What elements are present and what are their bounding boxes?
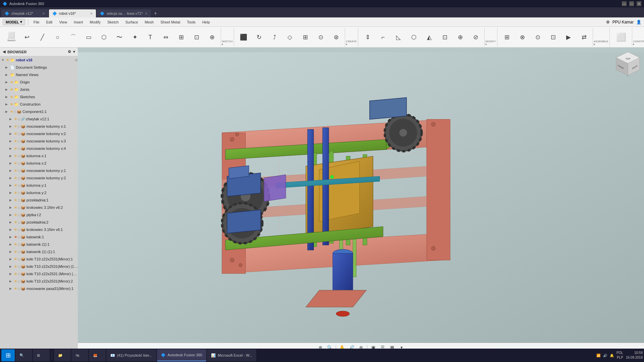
tab-close-robot[interactable]: ✕	[90, 12, 93, 15]
tree-item-przekl2[interactable]: ▶ 👁 □ 📦 przekładnia:2	[0, 219, 78, 226]
tab-close-sekcja[interactable]: ✕	[145, 12, 148, 15]
pattern-button[interactable]: ⊞	[174, 29, 189, 46]
tree-item-origin[interactable]: ▶ 👁 📁 Origin	[0, 78, 78, 86]
start-button[interactable]: ⊞	[1, 349, 15, 361]
tree-item-kol-x1[interactable]: ▶ 👁 □ 📦 kolumna x:1	[0, 152, 78, 160]
root-settings-icon[interactable]: ⚙	[75, 58, 78, 62]
tree-item-root[interactable]: ▼ 👁 📁 robot v16 ⚙	[0, 56, 78, 64]
tree-item-katownik1[interactable]: ▶ 👁 □ 📦 katownik:1	[0, 233, 78, 241]
offset-button[interactable]: ⊡	[189, 29, 204, 46]
tree-item-kol-y2[interactable]: ▶ 👁 □ 📦 kolumna y:2	[0, 189, 78, 196]
rigid-button[interactable]: ⊡	[546, 29, 560, 46]
menu-view[interactable]: View	[56, 19, 70, 25]
model-dropdown[interactable]: MODEL ▾	[3, 19, 25, 25]
sweep-button[interactable]: ⤴	[267, 29, 282, 46]
rib-button[interactable]: ⊞	[298, 29, 313, 46]
menu-help[interactable]: Help	[200, 19, 213, 25]
joint-button[interactable]: ⊗	[515, 29, 530, 46]
mirror-button[interactable]: ⇔	[158, 29, 173, 46]
tree-item-przekl1[interactable]: ▶ 👁 □ 📦 przekładnia:1	[0, 196, 78, 204]
tree-item-moc-pasa[interactable]: ▶ 👁 □ 📦 mocowanie pasa31(Mirror):1	[0, 285, 78, 292]
arc-button[interactable]: ⌒	[66, 29, 80, 46]
viewport[interactable]: TOP RIGHT FRONT ⌂ ⊕ 🔍 ✋ 🔎 ⊕	[78, 48, 644, 352]
settings-icon[interactable]: ⚙	[606, 20, 610, 24]
chamfer-button[interactable]: ◺	[391, 29, 406, 46]
tree-item-kolo2[interactable]: ▶ 👁 □ 📦 koło T10 z22x2531(Mirror) (1):1	[0, 263, 78, 270]
presspull-button[interactable]: ⇕	[360, 29, 375, 46]
offset-plane-button[interactable]: ⬜	[612, 29, 631, 46]
tree-item-component1[interactable]: ▶ 👁 □ 📦 Component1:1	[0, 108, 78, 115]
tree-item-krok-v6-1[interactable]: ▶ 👁 □ 📦 krokowiec 3.1Nm v6:1	[0, 226, 78, 233]
polygon-button[interactable]: ⬡	[97, 29, 111, 46]
circle-button[interactable]: ○	[50, 29, 65, 46]
tree-item-named-views[interactable]: ▶ 📁 Named Views	[0, 71, 78, 78]
new-tab-button[interactable]: +	[152, 9, 160, 17]
tree-item-joints[interactable]: ▶ 👁 📁 Joints	[0, 86, 78, 93]
tree-item-moc-kol-x4[interactable]: ▶ 👁 □ 📦 mocowanie kolumny x:4	[0, 145, 78, 152]
spline-button[interactable]: 〜	[112, 29, 127, 46]
taskbar-outlook[interactable]: 📧 (41) Przyszłość kier...	[106, 349, 156, 361]
project-button[interactable]: ⊕	[205, 29, 219, 46]
extrude-button[interactable]: ⬛	[236, 29, 251, 46]
tree-item-krok-v6-2[interactable]: ▶ 👁 □ 📦 krokowiec 3.1Nm v6:2	[0, 204, 78, 211]
motion-link-button[interactable]: ⇄	[577, 29, 591, 46]
maximize-button[interactable]: □	[629, 1, 634, 6]
tree-item-katownik-1-1-1[interactable]: ▶ 👁 □ 📦 katownik (1) (1):1	[0, 248, 78, 255]
tree-item-moc-kol-y2[interactable]: ▶ 👁 □ 📦 mocowanie kolumny y:2	[0, 174, 78, 182]
tab-robot[interactable]: 🔷 robot v16* ✕	[49, 9, 96, 17]
text-button[interactable]: T	[143, 29, 158, 46]
tab-close-chwyt[interactable]: ✕	[42, 12, 45, 15]
point-button[interactable]: ✦	[127, 29, 142, 46]
menu-insert[interactable]: Insert	[71, 19, 86, 25]
tree-item-katownik-1-1[interactable]: ▶ 👁 □ 📦 katownik (1):1	[0, 241, 78, 248]
tree-item-kolo1[interactable]: ▶ 👁 □ 📦 koło T10 z22x2531(Mirror):1	[0, 255, 78, 263]
taskbar-fusion360[interactable]: 🔷 Autodesk Fusion 360	[157, 349, 206, 361]
close-button[interactable]: ✕	[637, 1, 641, 6]
tree-item-moc-kol-x1[interactable]: ▶ 👁 □ 📦 mocowanie kolumny x:1	[0, 123, 78, 130]
taskbar-excel[interactable]: 📊 Microsoft Excel - W...	[207, 349, 256, 361]
new-component-button[interactable]: ⊞	[499, 29, 514, 46]
rect-button[interactable]: ▭	[81, 29, 96, 46]
tree-item-doc-settings[interactable]: ▶ 📄 Document Settings	[0, 64, 78, 71]
tree-item-kolo4[interactable]: ▶ 👁 □ 📦 koło T10 z22x2531(Mirror):2	[0, 278, 78, 285]
tree-item-moc-kol-x2[interactable]: ▶ 👁 □ 📦 mocowanie kolumny x:2	[0, 130, 78, 137]
menu-mesh[interactable]: Mesh	[142, 19, 157, 25]
hole-button[interactable]: ⊙	[313, 29, 328, 46]
tree-item-kol-x2[interactable]: ▶ 👁 □ 📦 kolumna x:2	[0, 160, 78, 167]
minimize-button[interactable]: —	[622, 1, 627, 6]
menu-edit[interactable]: Edit	[43, 19, 55, 25]
tree-item-plytka[interactable]: ▶ 👁 □ 📦 płytka l:2	[0, 211, 78, 219]
tab-chwyt[interactable]: 🔷 chwyt​ak v12* ✕	[1, 9, 48, 17]
finish-sketch-button[interactable]: ↩	[19, 29, 34, 46]
taskbar-explorer[interactable]: 📁	[54, 349, 71, 361]
scale-button[interactable]: ⊡	[437, 29, 452, 46]
menu-modify[interactable]: Modify	[87, 19, 103, 25]
tree-item-moc-kol-x3[interactable]: ▶ 👁 □ 📦 mocowanie kolumny x:3	[0, 137, 78, 145]
taskbar-store[interactable]: 🛍	[71, 349, 88, 361]
menu-sketch[interactable]: Sketch	[105, 19, 121, 25]
thread-button[interactable]: ⊛	[329, 29, 343, 46]
asbuilt-button[interactable]: ⊙	[530, 29, 545, 46]
tree-item-kol-y1[interactable]: ▶ 👁 □ 📦 kolumna y:1	[0, 182, 78, 189]
sketch-button[interactable]: ⬜ Sketch	[4, 29, 19, 46]
tree-item-construction[interactable]: ▶ 👁 📁 Construction	[0, 101, 78, 108]
taskbar-taskview[interactable]: ⊞	[33, 349, 50, 361]
menu-sheetmetal[interactable]: Sheet Metal	[158, 19, 183, 25]
menu-tools[interactable]: Tools	[184, 19, 198, 25]
tab-sekcja[interactable]: 🔷 sekcja za… lewa v71* ✕	[97, 9, 151, 17]
line-button[interactable]: ╱	[35, 29, 50, 46]
drive-button[interactable]: ▶	[561, 29, 576, 46]
menu-surface[interactable]: Surface	[123, 19, 141, 25]
fillet-button[interactable]: ⌐	[376, 29, 390, 46]
browser-collapse-icon[interactable]: ▾	[73, 50, 75, 54]
taskbar-search[interactable]: 🔍	[15, 349, 32, 361]
menu-file[interactable]: File	[31, 19, 42, 25]
tree-item-moc-kol-y1[interactable]: ▶ 👁 □ 📦 mocowanie kolumny y:1	[0, 167, 78, 174]
taskbar-browser[interactable]: 🦊	[89, 349, 106, 361]
tree-item-chwyt[interactable]: ▶ 👁 □ 🔗 chwyt​ak v12:1	[0, 115, 78, 123]
browser-expand-icon[interactable]: ◀	[3, 50, 5, 54]
tree-item-kolo3[interactable]: ▶ 👁 □ 📦 koło T10 z22x2531 (Mirror) (1):2	[0, 270, 78, 278]
split-button[interactable]: ⊘	[468, 29, 483, 46]
view-cube[interactable]: TOP RIGHT FRONT ⌂	[614, 50, 641, 77]
combine-button[interactable]: ⊕	[453, 29, 468, 46]
